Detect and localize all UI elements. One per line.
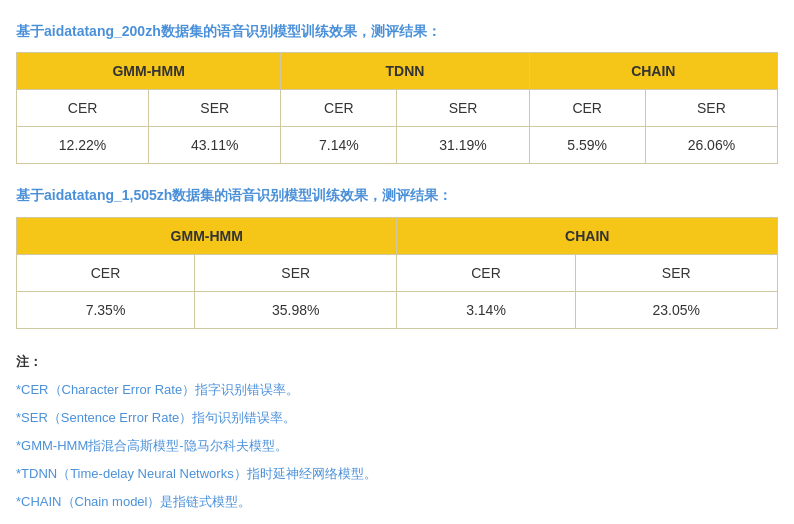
- table1-header-tdnn: TDNN: [281, 53, 529, 90]
- section2-title-dataset: aidatatang_1,505zh: [44, 187, 172, 203]
- section2-title: 基于aidatatang_1,505zh数据集的语音识别模型训练效果，测评结果：: [16, 184, 778, 206]
- table1-data-1: 43.11%: [149, 127, 281, 164]
- table2-data-0: 7.35%: [17, 291, 195, 328]
- table1-header-gmm: GMM-HMM: [17, 53, 281, 90]
- table1-data-3: 31.19%: [397, 127, 529, 164]
- section2-title-suffix: 数据集的语音识别模型训练效果，测评结果：: [172, 187, 452, 203]
- section1-title: 基于aidatatang_200zh数据集的语音识别模型训练效果，测评结果：: [16, 20, 778, 42]
- table2-header-gmm: GMM-HMM: [17, 217, 397, 254]
- table2-sub-cer1: CER: [17, 254, 195, 291]
- table1-data-2: 7.14%: [281, 127, 397, 164]
- table1-sub-ser1: SER: [149, 90, 281, 127]
- table1-sub-cer2: CER: [281, 90, 397, 127]
- table2-header-chain: CHAIN: [397, 217, 778, 254]
- notes-item-3: *TDNN（Time-delay Neural Networks）指时延神经网络…: [16, 461, 778, 487]
- table2: GMM-HMM CHAIN CER SER CER SER 7.35% 35.9…: [16, 217, 778, 329]
- table1-header-chain: CHAIN: [529, 53, 777, 90]
- section1-title-prefix: 基于: [16, 23, 44, 39]
- table1-sub-cer3: CER: [529, 90, 645, 127]
- notes-item-0: *CER（Character Error Rate）指字识别错误率。: [16, 377, 778, 403]
- table1-data-5: 26.06%: [645, 127, 777, 164]
- notes-item-1: *SER（Sentence Error Rate）指句识别错误率。: [16, 405, 778, 431]
- section1-title-suffix: 数据集的语音识别模型训练效果，测评结果：: [161, 23, 441, 39]
- table2-sub-cer2: CER: [397, 254, 575, 291]
- table1-sub-cer1: CER: [17, 90, 149, 127]
- section1-title-dataset: aidatatang_200zh: [44, 23, 161, 39]
- table2-sub-ser2: SER: [575, 254, 777, 291]
- notes-item-4: *CHAIN（Chain model）是指链式模型。: [16, 489, 778, 515]
- table1-data-0: 12.22%: [17, 127, 149, 164]
- table1-sub-ser2: SER: [397, 90, 529, 127]
- table2-data-3: 23.05%: [575, 291, 777, 328]
- notes-item-2: *GMM-HMM指混合高斯模型-隐马尔科夫模型。: [16, 433, 778, 459]
- table1: GMM-HMM TDNN CHAIN CER SER CER SER CER S…: [16, 52, 778, 164]
- section2-title-prefix: 基于: [16, 187, 44, 203]
- notes-section: 注： *CER（Character Error Rate）指字识别错误率。 *S…: [16, 349, 778, 515]
- table1-data-4: 5.59%: [529, 127, 645, 164]
- table2-data-2: 3.14%: [397, 291, 575, 328]
- table2-data-1: 35.98%: [195, 291, 397, 328]
- table1-sub-ser3: SER: [645, 90, 777, 127]
- notes-label: 注：: [16, 349, 778, 375]
- table2-sub-ser1: SER: [195, 254, 397, 291]
